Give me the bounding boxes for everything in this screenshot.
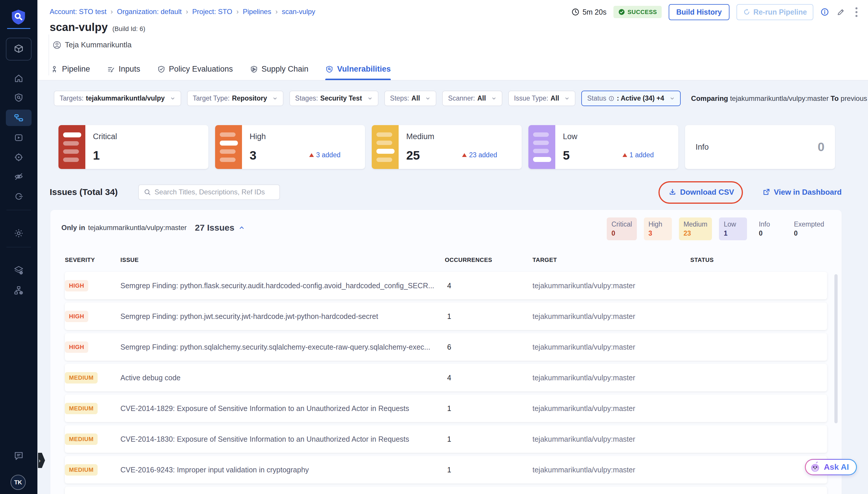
table-row[interactable]: MEDIUM CVE-2017-11424: PyJWT vulnerable … <box>65 487 827 494</box>
inputs-tab-icon <box>107 65 115 73</box>
occurrences: 6 <box>445 343 533 352</box>
info-card[interactable]: Info 0 <box>685 125 835 169</box>
table-row[interactable]: MEDIUM CVE-2016-9243: Improper input val… <box>65 456 827 483</box>
breadcrumb-pipelines[interactable]: Pipelines <box>243 7 271 16</box>
edit-pipeline-icon[interactable] <box>836 7 846 17</box>
targets-filter[interactable]: Targets: tejakummarikuntla/vulpy <box>54 91 181 106</box>
build-id: (Build Id: 6) <box>113 25 146 33</box>
chevron-down-icon <box>272 96 278 101</box>
occurrences: 1 <box>445 435 533 443</box>
table-row[interactable]: MEDIUM CVE-2014-1829: Exposure of Sensit… <box>65 395 827 422</box>
chat-support-icon[interactable] <box>0 448 37 464</box>
target: tejakummarikuntla/vulpy:master <box>533 343 690 352</box>
table-row[interactable]: HIGH Semgrep Finding: python.jwt.securit… <box>65 303 827 330</box>
severity-chip: MEDIUM <box>65 434 98 445</box>
chip-high[interactable]: High3 <box>644 217 672 240</box>
download-csv-annotation: Download CSV <box>669 188 734 197</box>
module-selector-button[interactable] <box>6 38 32 60</box>
sidebar-item-security-review[interactable] <box>0 168 37 185</box>
chevron-up-icon[interactable] <box>238 225 245 231</box>
download-csv-button[interactable]: Download CSV <box>669 188 734 197</box>
sidebar-item-settings[interactable] <box>0 225 37 242</box>
chevron-down-icon <box>367 96 373 101</box>
chip-info[interactable]: Info0 <box>754 217 782 240</box>
breadcrumb-organization[interactable]: Organization: default <box>117 7 181 16</box>
chip-low[interactable]: Low1 <box>719 217 747 240</box>
header-divider <box>49 35 49 75</box>
chip-exempted[interactable]: Exempted0 <box>789 217 829 240</box>
table-row[interactable]: HIGH Semgrep Finding: python.flask.secur… <box>65 272 827 299</box>
info-icon[interactable] <box>821 7 829 16</box>
breadcrumb-separator: › <box>236 7 239 16</box>
medium-card[interactable]: Medium 25 23 added <box>372 125 522 169</box>
issues-search[interactable] <box>138 185 280 200</box>
user-avatar[interactable]: TK <box>11 475 26 490</box>
tab-supply-chain[interactable]: Supply Chain <box>250 64 309 80</box>
execution-tabs: Pipeline Inputs Policy Evaluations Suppl… <box>50 64 391 80</box>
sidebar-item-exemptions[interactable] <box>0 188 37 205</box>
added-link[interactable]: 23 added <box>462 151 497 159</box>
breadcrumb-separator: › <box>186 7 188 16</box>
issue-title: Semgrep Finding: python.flask.security.a… <box>120 282 445 290</box>
table-row[interactable]: MEDIUM Active debug code 4 tejakummariku… <box>65 364 827 392</box>
status-filter[interactable]: Status : Active (34) +4 <box>581 91 680 106</box>
severity-chip: HIGH <box>65 341 88 353</box>
chip-medium[interactable]: Medium23 <box>679 217 712 240</box>
severity-chip: MEDIUM <box>65 464 98 476</box>
ask-ai-button[interactable]: Ask AI <box>805 459 857 475</box>
chevron-down-icon <box>491 96 497 101</box>
tab-pipeline[interactable]: Pipeline <box>50 64 90 80</box>
severity-chip: MEDIUM <box>65 372 98 383</box>
stages-filter[interactable]: Stages: Security Test <box>289 91 379 106</box>
severity-gauge <box>372 125 399 169</box>
breadcrumb: Account: STO test› Organization: default… <box>50 7 315 16</box>
issue-type-filter[interactable]: Issue Type: All <box>508 91 576 106</box>
issue-title: Semgrep Finding: python.jwt.security.jwt… <box>120 312 445 321</box>
triangle-up-icon <box>622 153 627 157</box>
breadcrumb-project[interactable]: Project: STO <box>192 7 232 16</box>
breadcrumb-current[interactable]: scan-vulpy <box>282 7 315 16</box>
occurrences: 1 <box>445 466 533 474</box>
tab-inputs[interactable]: Inputs <box>107 64 140 80</box>
tab-vulnerabilities[interactable]: Vulnerabilities <box>325 64 391 80</box>
table-row[interactable]: MEDIUM CVE-2014-1830: Exposure of Sensit… <box>65 425 827 453</box>
sidebar-item-default-settings[interactable] <box>0 262 37 279</box>
view-in-dashboard-button[interactable]: View in Dashboard <box>762 188 842 197</box>
added-link[interactable]: 1 added <box>622 151 654 159</box>
critical-card[interactable]: Critical 1 <box>58 125 208 169</box>
breadcrumb-separator: › <box>111 7 113 16</box>
steps-filter[interactable]: Steps: All <box>384 91 437 106</box>
tab-policy-evaluations[interactable]: Policy Evaluations <box>157 64 233 80</box>
chip-critical[interactable]: Critical0 <box>607 217 637 240</box>
build-history-button[interactable]: Build History <box>669 4 730 20</box>
triggered-by: Teja Kummarikuntla <box>53 40 132 50</box>
issues-panel: Only in tejakummarikuntla/vulpy:master 2… <box>50 210 842 494</box>
issues-total-title: Issues (Total 34) <box>50 187 118 197</box>
rerun-pipeline-button[interactable]: Re-run Pipeline <box>736 4 813 20</box>
breadcrumb-account[interactable]: Account: STO test <box>50 7 107 16</box>
table-row[interactable]: HIGH Semgrep Finding: python.sqlalchemy.… <box>65 333 827 361</box>
more-options-icon[interactable] <box>852 6 861 18</box>
search-input[interactable] <box>155 188 275 196</box>
issues-toolbar: Issues (Total 34) Download CSV View in D… <box>50 184 842 201</box>
target-type-filter[interactable]: Target Type: Repository <box>187 91 284 106</box>
occurrences: 4 <box>445 282 533 290</box>
chevron-down-icon <box>425 96 430 101</box>
sidebar-item-org-settings[interactable] <box>0 282 37 299</box>
page-title: scan-vulpy <box>50 21 108 34</box>
high-card[interactable]: High 3 3 added <box>215 125 365 169</box>
low-card[interactable]: Low 5 1 added <box>528 125 678 169</box>
sidebar-item-overview[interactable] <box>0 90 37 106</box>
issue-title: CVE-2014-1829: Exposure of Sensitive Inf… <box>120 404 445 413</box>
target: tejakummarikuntla/vulpy:master <box>533 312 690 321</box>
table-scrollbar[interactable] <box>834 274 837 423</box>
added-link[interactable]: 3 added <box>309 151 341 159</box>
sidebar-item-home[interactable] <box>0 70 37 87</box>
sidebar-item-targets[interactable] <box>0 149 37 166</box>
scanner-filter[interactable]: Scanner: All <box>442 91 502 106</box>
only-in-group-header[interactable]: Only in tejakummarikuntla/vulpy:master 2… <box>61 223 245 233</box>
severity-chip: MEDIUM <box>65 403 98 414</box>
sidebar-item-pipelines[interactable] <box>6 110 32 126</box>
target: tejakummarikuntla/vulpy:master <box>533 374 690 382</box>
sidebar-item-executions[interactable] <box>0 130 37 146</box>
